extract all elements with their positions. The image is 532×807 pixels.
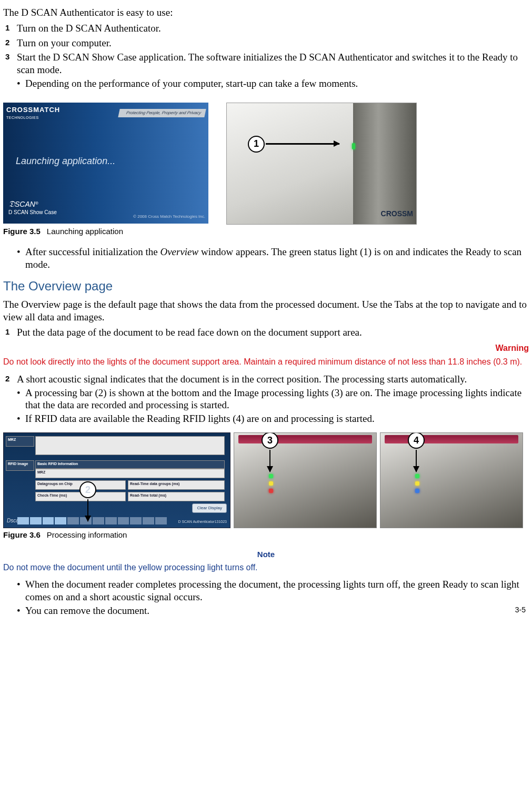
step-1-text: Turn on the D SCAN Authenticator. (17, 23, 161, 34)
callout-1: 1 (248, 136, 339, 153)
final-bullets: When the document reader completes proce… (3, 578, 529, 617)
led-blue (415, 489, 419, 493)
final-bullet-2: You can remove the document. (17, 604, 529, 617)
warning-label: Warning (3, 343, 529, 354)
status-led-green (352, 143, 355, 149)
dscan-logo: 𝔇SCAN® D SCAN Show Case (8, 199, 57, 216)
led-green (269, 474, 273, 478)
overview-heading: The Overview page (3, 278, 529, 294)
page-number: 3-5 (515, 606, 526, 615)
step-c2: A short acoustic signal indicates that t… (3, 373, 529, 425)
arrow-down-icon (87, 499, 89, 521)
device-photo-rfid: 4 (380, 432, 523, 528)
led-yellow (269, 481, 273, 486)
clear-display-button[interactable]: Clear Display (192, 503, 227, 513)
step-2-text: Turn on your computer. (17, 37, 112, 48)
launching-text: Launching application... (16, 155, 115, 167)
step-c2-subs: A processing bar (2) is shown at the bot… (17, 387, 529, 425)
crossmatch-logo: CROSSMATCH TECHNOLOGIES (6, 106, 60, 121)
device-photo-processing: 3 (234, 432, 377, 528)
step-1: Turn on the D SCAN Authenticator. (3, 22, 529, 35)
arrow-icon (266, 143, 339, 145)
led-green (415, 474, 419, 478)
splash-screenshot: CROSSMATCH TECHNOLOGIES Protecting Peopl… (3, 103, 208, 224)
figure-3-5: CROSSMATCH TECHNOLOGIES Protecting Peopl… (3, 103, 529, 225)
steps-list-b: Put the data page of the document to be … (3, 326, 529, 339)
arrow-down-icon (269, 450, 271, 472)
warning-text: Do not look directly into the lights of … (3, 357, 529, 368)
after-init-bullet: After successful initialization the Over… (3, 246, 529, 271)
step-c2-sub1: A processing bar (2) is shown at the bot… (17, 387, 529, 412)
step-3: Start the D SCAN Show Case application. … (3, 51, 529, 89)
note-label: Note (3, 550, 529, 560)
step-3-sub-1: Depending on the performance of your com… (17, 77, 529, 90)
step-c2-sub2: If RFID data are available the Reading R… (17, 412, 529, 425)
figure-3-5-caption: Figure 3.5Launching application (3, 227, 529, 237)
after-init-line: After successful initialization the Over… (17, 246, 529, 271)
intro-text: The D SCAN Authenticator is easy to use: (3, 6, 529, 19)
callout-4: 4 (408, 432, 425, 472)
overview-paragraph: The Overview page is the default page th… (3, 298, 529, 324)
step-2: Turn on your computer. (3, 37, 529, 49)
note-text: Do not move the document until the yello… (3, 562, 529, 573)
copyright: © 2008 Cross Match Technologies Inc. (133, 214, 205, 219)
step-3-subs: Depending on the performance of your com… (17, 77, 529, 90)
device-id-label: D SCAN Authenticator131023 (178, 520, 227, 524)
steps-list-c: A short acoustic signal indicates that t… (3, 373, 529, 425)
figure-3-6: MRZ RFID Image Basic RFID Information MR… (3, 432, 529, 528)
arrow-down-icon (416, 450, 417, 472)
figure-3-6-caption: Figure 3.6Processing information (3, 530, 529, 540)
callout-2: 2 (79, 481, 96, 521)
device-photo: CROSSM 1 (226, 103, 417, 225)
led-yellow (415, 481, 419, 486)
step-3-text: Start the D SCAN Show Case application. … (17, 52, 518, 75)
device-brand: CROSSM (381, 209, 413, 219)
steps-list-a: Turn on the D SCAN Authenticator. Turn o… (3, 22, 529, 90)
step-b1: Put the data page of the document to be … (3, 326, 529, 339)
led-red (269, 489, 273, 493)
app-screenshot: MRZ RFID Image Basic RFID Information MR… (3, 432, 230, 528)
callout-3: 3 (262, 432, 278, 472)
tagline-ribbon: Protecting People, Property and Privacy (118, 109, 206, 117)
final-bullet-1: When the document reader completes proce… (17, 578, 529, 603)
